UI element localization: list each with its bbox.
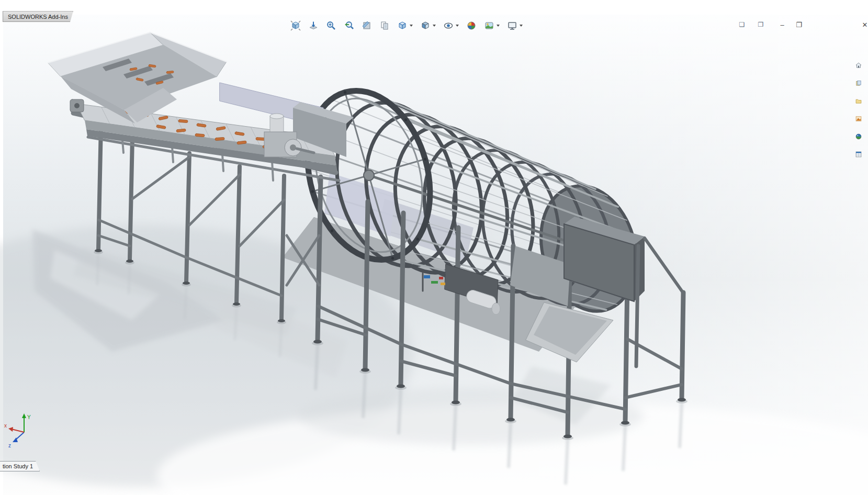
design-library-icon [855, 78, 862, 88]
triad-x-label: x [4, 423, 7, 429]
zoom-to-fit-button[interactable] [289, 19, 302, 32]
close-button[interactable]: ✕ [859, 19, 868, 30]
task-pane-design-library[interactable] [852, 76, 865, 90]
apply-scene-dropdown-caret[interactable] [497, 25, 500, 27]
task-pane-appearances-scenes[interactable] [852, 130, 865, 143]
hide-show-items-dropdown-caret[interactable] [456, 25, 459, 27]
section-view-icon [362, 20, 372, 31]
custom-properties-icon [855, 149, 862, 160]
triad-y-label: Y [27, 414, 31, 420]
display-style-dropdown-caret[interactable] [433, 25, 436, 27]
task-pane-file-explorer[interactable] [852, 94, 865, 108]
triad-z-label: z [8, 443, 11, 448]
view-settings-dropdown-caret[interactable] [520, 25, 523, 27]
tab-motion-study[interactable]: tion Study 1 [0, 461, 40, 471]
normal-to-icon [308, 20, 319, 31]
previous-view-icon [344, 20, 354, 31]
appearances-sphere-icon [855, 131, 862, 142]
hide-show-items-button[interactable] [442, 19, 460, 32]
task-pane-solidworks-resources[interactable] [852, 59, 865, 72]
view-settings-button[interactable] [505, 19, 524, 32]
view-orientation-dropdown-caret[interactable] [410, 25, 413, 27]
task-pane-view-palette[interactable] [852, 112, 865, 126]
task-pane-custom-properties[interactable] [852, 148, 865, 161]
restore-down-button[interactable]: ❐ [793, 19, 805, 30]
close-icon: ✕ [862, 21, 868, 29]
previous-view-button[interactable] [342, 19, 356, 32]
section-view-button[interactable] [360, 19, 374, 32]
3d-viewport[interactable]: Y z x [0, 0, 868, 495]
home-icon [855, 60, 862, 71]
motion-study-tab-label: tion Study 1 [3, 463, 33, 469]
zoom-to-fit-icon [290, 20, 301, 31]
edit-appearance-button[interactable] [465, 19, 478, 32]
minimize-icon: – [780, 21, 784, 29]
view-settings-icon [507, 20, 517, 31]
heads-up-toolbar [287, 18, 526, 33]
task-pane [850, 59, 867, 165]
graphics-area[interactable]: Y z x [0, 0, 868, 495]
display-style-button[interactable] [419, 19, 437, 32]
zoom-to-area-icon [326, 20, 336, 31]
dynamic-annotation-views-button[interactable] [378, 19, 391, 32]
apply-scene-icon [484, 20, 494, 31]
apply-scene-button[interactable] [482, 19, 501, 32]
pane-toggle-right-icon: ❐ [758, 21, 764, 28]
zoom-to-area-button[interactable] [324, 19, 338, 32]
minimize-button[interactable]: – [776, 19, 788, 30]
dynamic-annotation-views-icon [379, 20, 390, 31]
folder-icon [855, 96, 862, 106]
hide-show-items-icon [443, 20, 454, 31]
restore-down-icon: ❐ [796, 21, 802, 29]
view-orientation-icon [397, 20, 408, 31]
pane-toggle-left-button[interactable]: ❏ [736, 19, 748, 30]
view-orientation-button[interactable] [396, 19, 414, 32]
display-style-icon [420, 20, 431, 31]
pane-toggle-right-button[interactable]: ❐ [754, 19, 767, 30]
view-palette-icon [855, 114, 862, 124]
pane-toggle-left-icon: ❏ [739, 21, 745, 28]
edit-appearance-icon [466, 20, 477, 31]
addins-tab-label: SOLIDWORKS Add-Ins [8, 14, 68, 20]
normal-to-button[interactable] [307, 19, 320, 32]
tab-solidworks-addins[interactable]: SOLIDWORKS Add-Ins [3, 11, 73, 22]
